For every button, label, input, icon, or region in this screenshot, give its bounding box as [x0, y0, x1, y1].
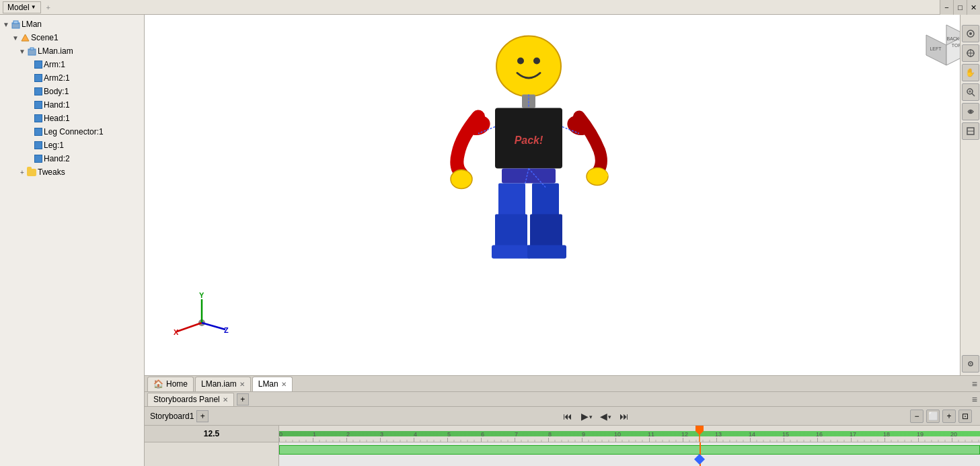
- svg-text:9: 9: [582, 431, 585, 438]
- play-button[interactable]: ▶ ▾: [578, 408, 595, 424]
- go-start-button[interactable]: ⏮: [560, 408, 576, 424]
- time-value-cell: 12.5: [145, 426, 278, 442]
- tab-lman-label: LMan: [258, 379, 278, 389]
- model-dropdown-icon: ▼: [31, 4, 36, 10]
- viewport[interactable]: Pack!: [145, 15, 980, 375]
- lego-figure: Pack!: [421, 15, 636, 338]
- minimize-button[interactable]: −: [940, 0, 953, 15]
- tree-item-arm2[interactable]: Arm2:1: [0, 71, 144, 85]
- scene-icon: [20, 33, 30, 42]
- play-icon: ▶: [581, 411, 589, 422]
- storyboard-add-button[interactable]: +: [196, 410, 209, 422]
- panel-add-button[interactable]: +: [237, 393, 249, 405]
- scene-expand-icon[interactable]: ▼: [11, 33, 20, 42]
- tree-item-hand2[interactable]: Hand:2: [0, 152, 144, 165]
- prev-frame-button[interactable]: ◀ ▾: [597, 408, 613, 424]
- svg-text:18: 18: [883, 431, 890, 438]
- svg-text:16: 16: [816, 431, 823, 438]
- part-icon-8: [34, 155, 42, 163]
- tab-bar: 🏠 Home LMan.iam ✕ LMan ✕ ≡: [145, 376, 980, 392]
- look-at-btn[interactable]: [962, 44, 979, 62]
- panel-menu-button[interactable]: ≡: [972, 394, 977, 405]
- tab-menu-button[interactable]: ≡: [972, 379, 977, 389]
- tree-label-hand1: Hand:1: [44, 100, 70, 110]
- svg-rect-59: [279, 426, 980, 442]
- svg-text:6: 6: [481, 431, 484, 438]
- svg-text:BACK: BACK: [946, 36, 959, 41]
- zoom-in-button[interactable]: +: [942, 410, 956, 423]
- tree-label-scene1: Scene1: [31, 33, 59, 42]
- tab-home[interactable]: 🏠 Home: [147, 377, 194, 391]
- svg-rect-15: [502, 169, 556, 184]
- tab-lman[interactable]: LMan ✕: [252, 377, 293, 391]
- top-bar: Model ▼ + 🔍 ≡ − □ ✕: [0, 0, 980, 15]
- svg-text:11: 11: [648, 431, 654, 438]
- rotate-btn[interactable]: [962, 25, 979, 42]
- svg-text:8: 8: [548, 431, 552, 438]
- model-label: Model: [7, 3, 30, 12]
- svg-point-49: [969, 110, 972, 113]
- storyboards-panel-tab[interactable]: Storyboards Panel ✕: [147, 393, 234, 406]
- tree-scene1[interactable]: ▼ Scene1: [0, 31, 144, 44]
- assembly-icon: [27, 46, 36, 56]
- svg-rect-1: [13, 21, 18, 24]
- tweaks-expand-icon[interactable]: +: [17, 167, 27, 177]
- svg-text:5: 5: [447, 431, 451, 438]
- prev-icon: ◀: [600, 411, 607, 422]
- tree-item-hand1[interactable]: Hand:1: [0, 98, 144, 112]
- tree-item-leg1[interactable]: Leg:1: [0, 139, 144, 152]
- go-end-button[interactable]: ⏭: [616, 408, 632, 424]
- pan-btn[interactable]: ✋: [962, 64, 979, 81]
- tree-tweaks[interactable]: + Tweaks: [0, 165, 144, 179]
- tab-lman-close[interactable]: ✕: [281, 381, 287, 388]
- timeline-track-content: [279, 442, 980, 466]
- maximize-button[interactable]: □: [953, 0, 967, 15]
- tab-lman-iam[interactable]: LMan.iam ✕: [195, 377, 251, 391]
- timeline-tracks: 0 1 2 3 4 5 6 7 8 9: [279, 426, 980, 466]
- section-btn[interactable]: [962, 122, 979, 140]
- svg-point-7: [533, 58, 540, 65]
- tree-item-arm1[interactable]: Arm:1: [0, 58, 144, 71]
- svg-text:19: 19: [917, 431, 924, 438]
- home-icon: 🏠: [153, 379, 163, 389]
- model-selector[interactable]: Model ▼: [3, 1, 41, 13]
- zoom-fit-button[interactable]: ⬜: [926, 410, 940, 423]
- svg-text:2: 2: [346, 431, 350, 438]
- svg-rect-21: [527, 245, 566, 259]
- storyboards-panel-label: Storyboards Panel: [153, 395, 220, 404]
- tree-lman-iam[interactable]: ▼ LMan.iam: [0, 44, 144, 58]
- zoom-out-button[interactable]: −: [910, 410, 924, 423]
- svg-point-53: [970, 363, 971, 364]
- tab-home-label: Home: [166, 379, 188, 389]
- panel-bar: Storyboards Panel ✕ + ≡: [145, 392, 980, 407]
- svg-text:15: 15: [782, 431, 789, 438]
- tree-item-head1[interactable]: Head:1: [0, 112, 144, 125]
- axes-widget: X Y Z: [172, 293, 232, 348]
- tree-item-body1[interactable]: Body:1: [0, 85, 144, 98]
- tree-item-legcon1[interactable]: Leg Connector:1: [0, 125, 144, 139]
- timeline-container: 12.5: [145, 426, 980, 466]
- window-controls: − □ ✕: [940, 0, 980, 15]
- expand-icon[interactable]: ▼: [1, 20, 11, 29]
- storyboards-panel-close[interactable]: ✕: [223, 396, 228, 403]
- settings-btn[interactable]: [962, 355, 979, 373]
- zoom-view-btn[interactable]: [962, 83, 979, 101]
- svg-rect-19: [532, 184, 559, 217]
- svg-text:3: 3: [380, 431, 383, 438]
- svg-text:Z: Z: [224, 326, 229, 334]
- svg-line-32: [202, 323, 225, 329]
- close-button[interactable]: ✕: [967, 0, 980, 15]
- assembly-expand-icon[interactable]: ▼: [17, 46, 27, 56]
- playhead-diamond: [694, 454, 705, 465]
- part-icon-5: [34, 114, 42, 123]
- tree-root-lman[interactable]: ▼ LMan: [0, 17, 144, 31]
- transport-controls: ⏮ ▶ ▾ ◀ ▾ ⏭: [282, 408, 910, 424]
- model-tree: ▼ LMan ▼ Scene1 ▼: [0, 15, 144, 466]
- tab-lman-iam-close[interactable]: ✕: [239, 381, 245, 388]
- keyframe-bar: [279, 445, 980, 455]
- zoom-full-button[interactable]: ⊡: [958, 410, 972, 423]
- orbit-btn[interactable]: [962, 103, 979, 120]
- storyboard-name: Storyboard1: [150, 412, 194, 421]
- svg-text:Y: Y: [199, 293, 204, 299]
- svg-rect-18: [492, 245, 531, 259]
